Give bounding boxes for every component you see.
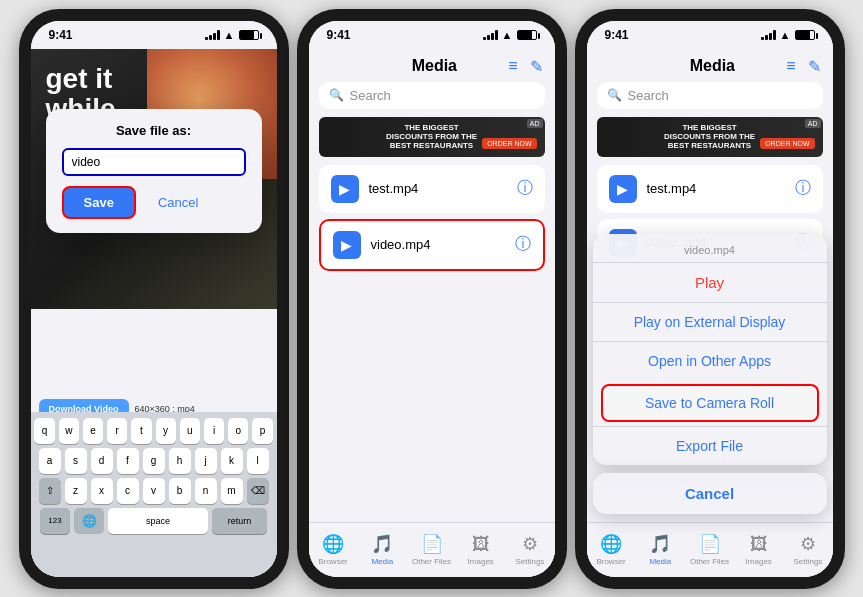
file-item-test-mp4[interactable]: ▶ test.mp4 ⓘ [319, 165, 545, 213]
key-w[interactable]: w [59, 418, 79, 444]
tab-bar-3: 🌐 Browser 🎵 Media 📄 Other Files 🖼 Images [587, 522, 833, 577]
nav-icons-2: ≡ ✎ [508, 57, 542, 76]
action-open-other-apps[interactable]: Open in Other Apps [593, 341, 827, 380]
tab-images-3[interactable]: 🖼 Images [734, 534, 783, 566]
ad-text-2: THE BIGGESTDISCOUNTS FROM THEBEST RESTAU… [386, 123, 477, 150]
key-u[interactable]: u [180, 418, 200, 444]
key-s[interactable]: s [65, 448, 87, 474]
nav-bar-2: Media ≡ ✎ [309, 49, 555, 82]
search-bar-3[interactable]: 🔍 Search [597, 82, 823, 109]
keyboard-row-1: q w e r t y u i o p [35, 418, 273, 444]
key-h[interactable]: h [169, 448, 191, 474]
tab-images-2[interactable]: 🖼 Images [456, 534, 505, 566]
action-sheet-title: video.mp4 [593, 234, 827, 262]
key-g[interactable]: g [143, 448, 165, 474]
tab-browser-3[interactable]: 🌐 Browser [587, 533, 636, 566]
screen3-wrapper: video.mp4 Play Play on External Display … [587, 343, 833, 522]
tab-media-3[interactable]: 🎵 Media [636, 533, 685, 566]
tab-other-3[interactable]: 📄 Other Files [685, 533, 734, 566]
tab-other-2[interactable]: 📄 Other Files [407, 533, 456, 566]
key-o[interactable]: o [228, 418, 248, 444]
tab-browser-label-3: Browser [596, 557, 625, 566]
battery-icon [239, 30, 259, 40]
file-info-1[interactable]: ⓘ [517, 178, 533, 199]
key-d[interactable]: d [91, 448, 113, 474]
status-icons-2: ▲ [483, 29, 537, 41]
ad-order-btn-2[interactable]: ORDER NOW [482, 138, 536, 149]
ad-badge-3: AD [805, 119, 821, 128]
screen2-content: Media ≡ ✎ 🔍 Search THE BIGGESTDISCOUNTS … [309, 49, 555, 577]
nav-edit-icon[interactable]: ✎ [530, 57, 543, 76]
key-space[interactable]: space [108, 508, 208, 534]
key-delete[interactable]: ⌫ [247, 478, 269, 504]
key-q[interactable]: q [34, 418, 54, 444]
nav-playlist-icon-3[interactable]: ≡ [786, 57, 795, 76]
file-info-3a[interactable]: ⓘ [795, 178, 811, 199]
tab-other-icon-3: 📄 [699, 533, 721, 555]
tab-bar-2: 🌐 Browser 🎵 Media 📄 Other Files 🖼 Images [309, 522, 555, 577]
action-save-camera-roll[interactable]: Save to Camera Roll [601, 384, 819, 422]
nav-playlist-icon[interactable]: ≡ [508, 57, 517, 76]
key-v[interactable]: v [143, 478, 165, 504]
key-b[interactable]: b [169, 478, 191, 504]
action-external-display[interactable]: Play on External Display [593, 302, 827, 341]
key-a[interactable]: a [39, 448, 61, 474]
screen3-content: Media ≡ ✎ 🔍 Search THE BIGGESTDISCOUNTS … [587, 49, 833, 577]
screen-3: 9:41 ▲ Me [587, 21, 833, 577]
key-m[interactable]: m [221, 478, 243, 504]
tab-browser-2[interactable]: 🌐 Browser [309, 533, 358, 566]
key-l[interactable]: l [247, 448, 269, 474]
dialog-title: Save file as: [62, 123, 246, 138]
key-shift[interactable]: ⇧ [39, 478, 61, 504]
wifi-icon-3: ▲ [780, 29, 791, 41]
tab-browser-icon-2: 🌐 [322, 533, 344, 555]
action-cancel[interactable]: Cancel [593, 473, 827, 514]
action-export-file[interactable]: Export File [593, 426, 827, 465]
key-return[interactable]: return [212, 508, 267, 534]
key-i[interactable]: i [204, 418, 224, 444]
tab-settings-icon-3: ⚙ [800, 533, 816, 555]
screen-1: 9:41 ▲ [31, 21, 277, 577]
file-item-video-mp4[interactable]: ▶ video.mp4 ⓘ [319, 219, 545, 271]
tab-browser-icon-3: 🌐 [600, 533, 622, 555]
tab-media-2[interactable]: 🎵 Media [358, 533, 407, 566]
key-c[interactable]: c [117, 478, 139, 504]
status-icons-1: ▲ [205, 29, 259, 41]
key-r[interactable]: r [107, 418, 127, 444]
search-placeholder-3: Search [628, 88, 669, 103]
key-n[interactable]: n [195, 478, 217, 504]
nav-bar-3: Media ≡ ✎ [587, 49, 833, 82]
action-play[interactable]: Play [593, 262, 827, 302]
key-j[interactable]: j [195, 448, 217, 474]
wifi-icon-2: ▲ [502, 29, 513, 41]
tab-settings-3[interactable]: ⚙ Settings [783, 533, 832, 566]
ad-order-btn-3[interactable]: ORDER NOW [760, 138, 814, 149]
key-t[interactable]: t [131, 418, 151, 444]
search-bar-2[interactable]: 🔍 Search [319, 82, 545, 109]
globe-key[interactable]: 🌐 [74, 508, 104, 534]
cancel-button[interactable]: Cancel [146, 186, 210, 219]
key-p[interactable]: p [252, 418, 272, 444]
key-x[interactable]: x [91, 478, 113, 504]
status-bar-3: 9:41 ▲ [587, 21, 833, 49]
key-123[interactable]: 123 [40, 508, 70, 534]
key-y[interactable]: y [156, 418, 176, 444]
status-icons-3: ▲ [761, 29, 815, 41]
tab-settings-2[interactable]: ⚙ Settings [505, 533, 554, 566]
filename-input[interactable] [62, 148, 246, 176]
file-info-2[interactable]: ⓘ [515, 234, 531, 255]
nav-icons-3: ≡ ✎ [786, 57, 820, 76]
key-e[interactable]: e [83, 418, 103, 444]
search-icon-2: 🔍 [329, 88, 344, 102]
search-icon-3: 🔍 [607, 88, 622, 102]
file-icon-2: ▶ [333, 231, 361, 259]
key-z[interactable]: z [65, 478, 87, 504]
save-button[interactable]: Save [62, 186, 136, 219]
file-item-test-3[interactable]: ▶ test.mp4 ⓘ [597, 165, 823, 213]
nav-edit-icon-3[interactable]: ✎ [808, 57, 821, 76]
tab-other-label-3: Other Files [690, 557, 729, 566]
key-f[interactable]: f [117, 448, 139, 474]
tab-media-icon-2: 🎵 [371, 533, 393, 555]
key-k[interactable]: k [221, 448, 243, 474]
tab-images-label-3: Images [746, 557, 772, 566]
